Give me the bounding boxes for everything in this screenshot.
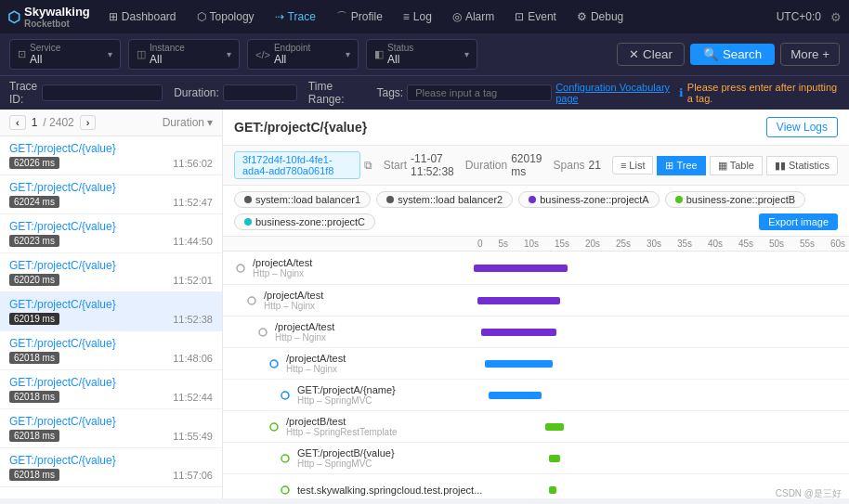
search-button[interactable]: 🔍 Search (690, 44, 775, 65)
svg-point-1 (248, 297, 255, 304)
duration-input[interactable] (223, 84, 297, 101)
view-tabs: ≡ List ⊞ Tree ▦ Table ▮▮ Statistics (612, 156, 838, 175)
tab-table[interactable]: ▦ Table (710, 156, 763, 175)
span-name: /projectA/test (275, 321, 334, 332)
trace-item[interactable]: GET:/projectC/{value} 62020 ms 11:52:01 (0, 253, 222, 292)
service-tags: system::load balancer1 system::load bala… (223, 186, 849, 237)
endpoint-filter[interactable]: </> Endpoint All ▾ (247, 39, 359, 70)
trace-id-input[interactable] (42, 84, 163, 101)
trace-item-title: GET:/projectC/{value} (9, 376, 213, 389)
sort-icon: ▾ (207, 116, 213, 129)
tab-list[interactable]: ≡ List (612, 156, 654, 174)
time-range-field: Time Range: (308, 80, 366, 106)
prev-page-button[interactable]: ‹ (9, 115, 26, 130)
service-dot (244, 196, 252, 203)
svg-point-2 (259, 329, 267, 336)
more-button[interactable]: More + (780, 43, 840, 66)
list-header: ‹ 1 / 2402 › Duration ▾ (0, 110, 222, 136)
span-service: Http – Nginx (286, 364, 346, 374)
export-button[interactable]: Export image (759, 213, 838, 230)
svg-point-6 (281, 455, 289, 462)
trace-item-duration: 62018 ms (9, 391, 59, 403)
info-icon: ℹ (679, 86, 684, 99)
svg-point-7 (281, 486, 289, 494)
next-page-button[interactable]: › (80, 115, 97, 130)
trace-item-title: GET:/projectC/{value} (9, 181, 213, 194)
dashboard-icon: ⊞ (109, 10, 118, 23)
trace-item-time: 11:52:01 (173, 275, 213, 286)
table-icon: ▦ (718, 160, 727, 172)
trace-item[interactable]: GET:/projectC/{value} 62018 ms 11:48:06 (0, 331, 222, 370)
copy-icon[interactable]: ⧉ (364, 159, 372, 172)
trace-item-duration: 62018 ms (9, 430, 59, 442)
service-tag: system::load balancer2 (376, 191, 513, 208)
trace-item[interactable]: GET:/projectC/{value} 62024 ms 11:52:47 (0, 175, 222, 214)
nav-profile[interactable]: ⌒ Profile (327, 6, 392, 29)
trace-item-title: GET:/projectC/{value} (9, 415, 213, 428)
clear-icon: ✕ (629, 47, 639, 61)
instance-icon: ◫ (137, 48, 146, 60)
trace-item[interactable]: GET:/projectC/{value} 62018 ms 11:57:06 (0, 448, 222, 487)
trace-id-value: 3f172d4f-10fd-4fe1-ada4-add780a061f8 (234, 151, 360, 179)
settings-icon[interactable]: ⚙ (830, 10, 842, 24)
span-bar (477, 297, 560, 304)
trace-item[interactable]: GET:/projectC/{value} 62018 ms 11:52:44 (0, 370, 222, 409)
clear-button[interactable]: ✕ Clear (617, 43, 685, 66)
timezone: UTC+0:0 (777, 10, 821, 23)
nav-topology[interactable]: ⬡ Topology (188, 6, 264, 27)
page-number: 1 (32, 116, 38, 129)
nav-log[interactable]: ≡ Log (394, 6, 441, 27)
trace-icon: ⇢ (275, 10, 284, 23)
trace-item[interactable]: GET:/projectC/{value} 62023 ms 11:44:50 (0, 214, 222, 253)
trace-item[interactable]: GET:/projectC/{value} 62018 ms 11:55:49 (0, 409, 222, 448)
duration-info: Duration 62019 ms (465, 152, 542, 178)
service-filter[interactable]: ⊡ Service All ▾ (9, 39, 121, 70)
service-dot (675, 196, 683, 203)
tree-line (256, 317, 269, 348)
nav-trace[interactable]: ⇢ Trace (266, 6, 325, 27)
tags-field: Tags: Configuration Vocabulary page ℹ Pl… (376, 82, 840, 104)
span-service: Http – SpringMVC (297, 459, 395, 469)
trace-detail-panel: GET:/projectC/{value} View Logs 3f172d4f… (223, 110, 849, 498)
trace-item-duration: 62024 ms (9, 196, 59, 208)
tag-input[interactable] (407, 84, 552, 101)
trace-item-time: 11:55:49 (173, 431, 213, 442)
span-service: Http – SpringRestTemplate (286, 427, 398, 437)
nav-dashboard[interactable]: ⊞ Dashboard (99, 6, 186, 27)
nav-alarm[interactable]: ◎ Alarm (443, 6, 503, 27)
app-logo: ⬡ Skywalking Rocketbot (7, 5, 90, 29)
profile-icon: ⌒ (336, 9, 347, 25)
span-service: Http – Nginx (253, 268, 312, 278)
config-vocab-link[interactable]: Configuration Vocabulary page (555, 82, 675, 104)
duration-sort[interactable]: Duration ▾ (163, 116, 213, 129)
service-dot (529, 196, 536, 203)
alarm-icon: ◎ (452, 10, 462, 23)
tree-icon: ⊞ (665, 160, 673, 172)
service-tag: business-zone::projectA (518, 191, 659, 208)
span-bar (549, 455, 560, 462)
service-tag: system::load balancer1 (234, 191, 371, 208)
nav-event[interactable]: ⊡ Event (505, 6, 566, 27)
span-name: /projectA/test (286, 353, 346, 364)
view-logs-button[interactable]: View Logs (766, 117, 838, 137)
trace-item[interactable]: GET:/projectC/{value} 62019 ms 11:52:38 (0, 292, 222, 331)
trace-item-duration: 62018 ms (9, 469, 59, 481)
span-bar (549, 486, 556, 494)
span-bar (545, 423, 564, 431)
tab-statistics[interactable]: ▮▮ Statistics (766, 156, 838, 175)
trace-list-panel: ‹ 1 / 2402 › Duration ▾ GET:/projectC/{v… (0, 110, 223, 498)
status-filter[interactable]: ◧ Status All ▾ (366, 39, 477, 70)
nav-debug[interactable]: ⚙ Debug (568, 6, 633, 27)
log-icon: ≡ (403, 10, 410, 23)
tree-line (279, 380, 292, 411)
trace-item-duration: 62023 ms (9, 235, 59, 247)
instance-filter[interactable]: ◫ Instance All ▾ (128, 39, 240, 70)
tree-line (268, 348, 281, 380)
trace-item-title: GET:/projectC/{value} (9, 298, 213, 311)
timeline-scale: 0 5s 10s 15s 20s 25s 30s 35s 40s 45s 50s… (474, 239, 849, 249)
trace-item[interactable]: GET:/projectC/{value} 62026 ms 11:56:02 (0, 136, 222, 175)
trace-search-bar: Trace ID: Duration: Time Range: Tags: Co… (0, 75, 849, 110)
tab-tree[interactable]: ⊞ Tree (657, 156, 705, 175)
endpoint-icon: </> (255, 49, 270, 60)
span-bar (474, 265, 568, 272)
